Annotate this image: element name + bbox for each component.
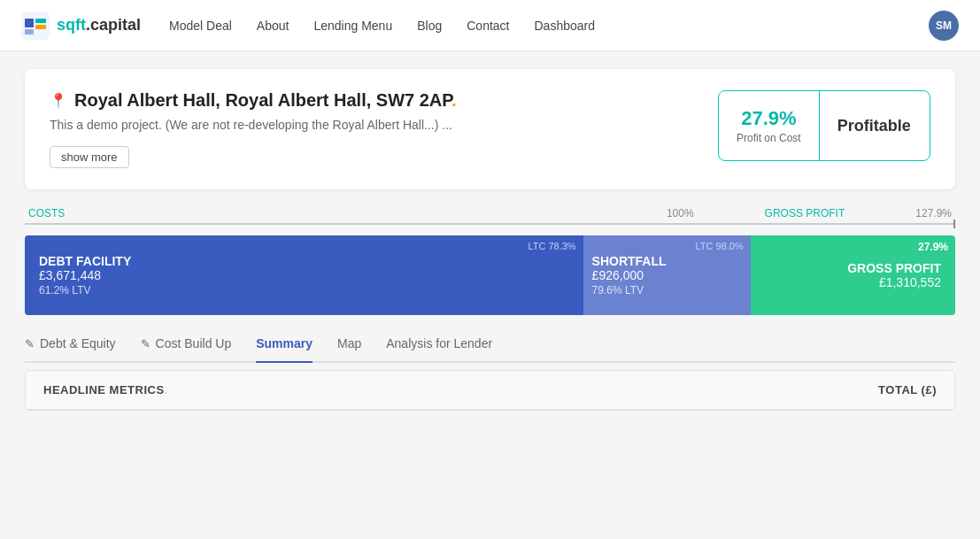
logo[interactable]: sqft.capital <box>21 12 141 40</box>
metrics-section: HEADLINE METRICS. TOTAL (£) <box>25 370 955 411</box>
svg-rect-2 <box>35 19 46 23</box>
debt-ltc-badge: LTC 78.3% <box>528 241 575 251</box>
cost-build-up-icon: ✎ <box>141 337 150 350</box>
tab-summary-label: Summary <box>256 336 313 350</box>
shortfall-bar: LTC 98.0% SHORTFALL £926,000 79.6% LTV <box>583 235 751 315</box>
metrics-header: HEADLINE METRICS. TOTAL (£) <box>26 371 954 410</box>
100-label: 100% <box>667 207 694 219</box>
svg-rect-1 <box>25 19 34 27</box>
tab-map[interactable]: Map <box>337 336 361 363</box>
tab-analysis-lender-label: Analysis for Lender <box>386 336 492 350</box>
debt-bar: LTC 78.3% DEBT FACILITY £3,671,448 61.2%… <box>25 235 583 315</box>
shortfall-value: £926,000 <box>592 268 742 282</box>
tab-analysis-lender[interactable]: Analysis for Lender <box>386 336 492 363</box>
debt-equity-icon: ✎ <box>25 337 35 350</box>
project-card: 📍 Royal Albert Hall, Royal Albert Hall, … <box>25 69 955 189</box>
navbar: sqft.capital Model Deal About Lending Me… <box>0 0 980 51</box>
tab-map-label: Map <box>337 336 361 350</box>
svg-rect-4 <box>25 29 34 35</box>
tab-debt-equity-label: Debt & Equity <box>40 336 116 350</box>
ruler-marker <box>953 219 955 228</box>
profit-card: 27.9% Profit on Cost Profitable <box>718 90 930 161</box>
bar-chart: LTC 78.3% DEBT FACILITY £3,671,448 61.2%… <box>25 235 955 315</box>
svg-rect-3 <box>35 25 46 29</box>
main-content: 📍 Royal Albert Hall, Royal Albert Hall, … <box>0 51 980 428</box>
debt-value: £3,671,448 <box>39 268 569 282</box>
profit-status: Profitable <box>837 117 911 135</box>
profit-percentage: 27.9% <box>741 107 796 130</box>
gross-profit-label: GROSS PROFIT <box>765 207 845 219</box>
shortfall-title: SHORTFALL <box>592 254 742 268</box>
chart-labels: COSTS 100% GROSS PROFIT 127.9% <box>25 207 955 219</box>
tab-debt-equity[interactable]: ✎ Debt & Equity <box>25 336 116 363</box>
profit-label: Profit on Cost <box>737 132 801 144</box>
metrics-total-label: TOTAL (£) <box>878 383 937 397</box>
127-label: 127.9% <box>915 207 952 219</box>
nav-model-deal[interactable]: Model Deal <box>169 19 232 33</box>
tab-cost-build-up[interactable]: ✎ Cost Build Up <box>141 336 232 363</box>
debt-sub: 61.2% LTV <box>39 284 569 296</box>
tab-cost-build-up-label: Cost Build Up <box>156 336 232 350</box>
chart-ruler <box>25 223 955 225</box>
debt-title: DEBT FACILITY <box>39 254 569 268</box>
project-title-row: 📍 Royal Albert Hall, Royal Albert Hall, … <box>50 90 718 111</box>
project-title: Royal Albert Hall, Royal Albert Hall, SW… <box>74 90 457 111</box>
nav-blog[interactable]: Blog <box>417 19 442 33</box>
tabs-section: ✎ Debt & Equity ✎ Cost Build Up Summary … <box>25 336 955 363</box>
tabs-bar: ✎ Debt & Equity ✎ Cost Build Up Summary … <box>25 336 955 363</box>
costs-label: COSTS <box>28 207 65 219</box>
nav-lending-menu[interactable]: Lending Menu <box>313 19 392 33</box>
nav-dashboard[interactable]: Dashboard <box>534 19 595 33</box>
shortfall-sub: 79.6% LTV <box>592 284 742 296</box>
gross-profit-value: £1,310,552 <box>879 275 941 289</box>
tab-summary[interactable]: Summary <box>256 336 313 363</box>
project-description: This a demo project. (We are not re-deve… <box>50 118 718 132</box>
profit-right: Profitable <box>820 91 929 160</box>
nav-contact[interactable]: Contact <box>467 19 509 33</box>
gross-profit-pct-badge: 27.9% <box>918 241 948 253</box>
nav-about[interactable]: About <box>257 19 289 33</box>
logo-icon <box>21 12 50 40</box>
project-info: 📍 Royal Albert Hall, Royal Albert Hall, … <box>50 90 718 168</box>
nav-links: Model Deal About Lending Menu Blog Conta… <box>169 19 929 33</box>
show-more-button[interactable]: show more <box>50 146 129 168</box>
shortfall-ltc-badge: LTC 98.0% <box>696 241 744 251</box>
chart-section: COSTS 100% GROSS PROFIT 127.9% LTC 78.3%… <box>25 207 955 315</box>
profit-left: 27.9% Profit on Cost <box>719 91 820 160</box>
user-avatar[interactable]: SM <box>929 11 959 41</box>
location-icon: 📍 <box>50 92 67 109</box>
gross-profit-title: GROSS PROFIT <box>847 261 941 275</box>
metrics-title: HEADLINE METRICS. <box>43 383 168 397</box>
gross-profit-bar: 27.9% GROSS PROFIT £1,310,552 <box>751 235 955 315</box>
logo-text: sqft.capital <box>57 16 141 35</box>
